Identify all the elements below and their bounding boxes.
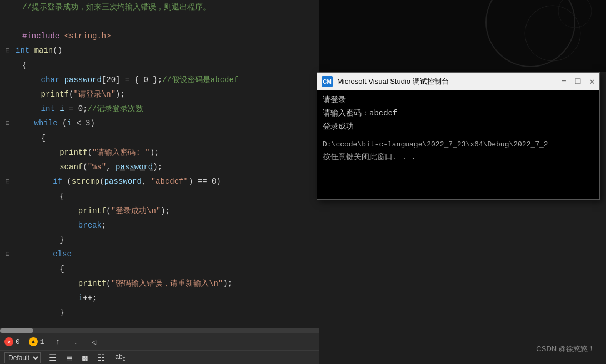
status-icons-row: ✕ 0 ▲ 1 ↑ ↓ ◁ [0, 333, 319, 350]
code-line-scanf: scanf("%s", password); [0, 160, 319, 174]
close-button[interactable]: ✕ [589, 76, 595, 87]
code-line-printf2: printf("请输入密码: "); [0, 145, 319, 160]
error-number: 0 [16, 338, 20, 346]
format-dropdown[interactable]: Default [4, 352, 41, 363]
code-line-include: #include <string.h> [0, 29, 319, 43]
console-line-2-text: 请输入密码：请输入密码：abcdefabcdef [323, 109, 397, 118]
minimize-button[interactable]: − [561, 77, 567, 87]
code-line-printf4: printf("密码输入错误，请重新输入\n"); [0, 276, 319, 291]
error-count[interactable]: ✕ 0 [4, 337, 20, 346]
csdn-footer: CSDN @徐慜慜！ [319, 333, 606, 364]
code-editor: //提示登录成功，如来三次均输入错误，则退出程序。 #include <stri… [0, 0, 319, 333]
scrollbar-thumb[interactable] [0, 328, 33, 333]
console-title: Microsoft Visual Studio 调试控制台 [337, 77, 557, 87]
console-body: 请登录 请输入密码：请输入密码：abcdefabcdef 登录成功 D:\cco… [317, 90, 599, 199]
arrow-up-icon[interactable]: ↑ [53, 336, 62, 347]
code-line-else: ⊟ else [0, 247, 319, 262]
toolbar-row: Default ☰ ▤ ▩ ☷ abc [0, 350, 319, 364]
console-line-3: 登录成功 [323, 120, 594, 134]
code-line-printf3: printf("登录成功\n"); [0, 204, 319, 218]
code-line-close-brace-1: } [0, 232, 319, 247]
svg-point-0 [486, 0, 575, 67]
console-line-6: 按任意键关闭此窗口. . ._ [323, 151, 594, 164]
fold-gutter-if[interactable]: ⊟ [2, 175, 13, 189]
console-line-1: 请登录 [323, 94, 594, 107]
code-line-printf1: printf("请登录\n"); [0, 87, 319, 102]
code-line-while: ⊟ while (i < 3) [0, 116, 319, 131]
console-line-2: 请输入密码：请输入密码：abcdefabcdef [323, 107, 594, 120]
code-line-open-brace-4: { [0, 262, 319, 276]
status-bar: ✕ 0 ▲ 1 ↑ ↓ ◁ Default ☰ ▤ ▩ ☷ abc [0, 333, 319, 364]
code-line-empty [0, 14, 319, 29]
align-right-icon[interactable]: ▩ [81, 352, 89, 363]
warning-count[interactable]: ▲ 1 [29, 337, 44, 346]
horizontal-scrollbar[interactable] [0, 328, 319, 333]
abc-icon[interactable]: abc [113, 353, 127, 362]
error-icon: ✕ [4, 337, 13, 346]
console-spacer [323, 133, 594, 139]
code-line-open-brace-2: { [0, 131, 319, 145]
nav-back-btn[interactable]: ◁ [89, 336, 98, 348]
bg-decoration [319, 0, 606, 72]
maximize-button[interactable]: □ [575, 77, 581, 87]
align-center-icon[interactable]: ▤ [65, 352, 74, 363]
code-line-char: char password[20] = { 0 };//假设密码是abcdef [0, 73, 319, 87]
arrow-down-icon[interactable]: ↓ [71, 336, 80, 347]
fold-gutter-else[interactable]: ⊟ [2, 247, 13, 262]
code-line-close-brace-2: } [0, 305, 319, 320]
code-line-if: ⊟ if (strcmp(password, "abcdef") == 0) [0, 174, 319, 189]
svg-point-1 [525, 6, 580, 61]
warning-icon: ▲ [29, 337, 38, 346]
code-line-iinc: i++; [0, 291, 319, 305]
console-line-5: D:\ccode\bit-c-language\2022_7_23\x64\De… [323, 139, 594, 151]
code-line-open-brace-1: { [0, 58, 319, 73]
code-line-int-i: int i = 0;//记录登录次数 [0, 102, 319, 116]
fold-gutter-while[interactable]: ⊟ [2, 117, 13, 131]
code-line-break: break; [0, 218, 319, 232]
console-titlebar[interactable]: CM Microsoft Visual Studio 调试控制台 − □ ✕ [317, 73, 599, 90]
csdn-watermark: CSDN @徐慜慜！ [536, 344, 595, 354]
code-line-main: ⊟ int main() [0, 43, 319, 58]
nav-down-btn[interactable]: ↓ [71, 336, 80, 347]
console-icon: CM [322, 76, 333, 87]
warning-number: 1 [40, 338, 44, 346]
align-left-icon[interactable]: ☰ [47, 352, 58, 363]
fold-gutter[interactable]: ⊟ [2, 44, 13, 58]
code-line-top: //提示登录成功，如来三次均输入错误，则退出程序。 [0, 0, 319, 14]
arrow-back-icon[interactable]: ◁ [89, 336, 98, 348]
code-line-open-brace-3: { [0, 189, 319, 204]
nav-up-btn[interactable]: ↑ [53, 336, 62, 347]
console-window: CM Microsoft Visual Studio 调试控制台 − □ ✕ 请… [317, 72, 600, 200]
list-icon[interactable]: ☷ [96, 352, 107, 363]
